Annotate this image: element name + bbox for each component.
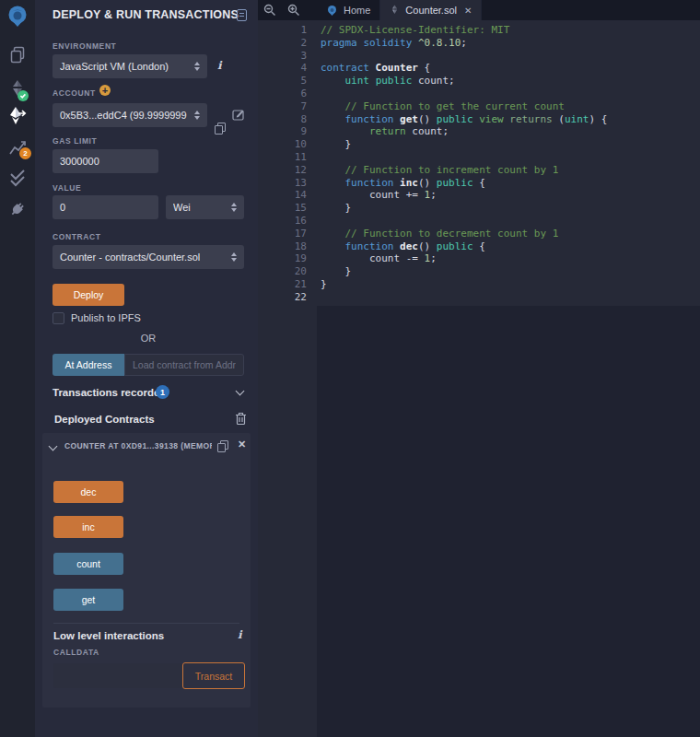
copy-account-icon[interactable] xyxy=(215,123,225,134)
code-line[interactable]: 13 function inc() public { xyxy=(258,177,700,190)
account-select[interactable]: 0x5B3...eddC4 (99.9999999 xyxy=(52,103,207,127)
line-content: } xyxy=(307,138,351,151)
deployed-contracts-label: Deployed Contracts xyxy=(54,414,155,425)
zoom-out-icon[interactable] xyxy=(258,0,282,20)
documentation-icon[interactable] xyxy=(237,9,247,21)
code-line[interactable]: 17 // Function to decrement count by 1 xyxy=(258,228,700,240)
code-viewport[interactable]: 1// SPDX-License-Identifier: MIT2pragma … xyxy=(258,20,700,737)
card-divider xyxy=(53,623,239,624)
line-number: 13 xyxy=(258,177,307,190)
deployed-contract-card: COUNTER AT 0XD91...39138 (MEMORY ✕ dec i… xyxy=(42,433,251,708)
transact-button[interactable]: Transact xyxy=(182,662,245,689)
line-number: 20 xyxy=(258,265,307,278)
select-caret-icon xyxy=(231,252,237,262)
low-level-label: Low level interactions xyxy=(53,630,164,641)
clear-deployed-icon[interactable] xyxy=(235,412,247,426)
deploy-and-run-icon[interactable] xyxy=(0,105,35,127)
account-label: ACCOUNT xyxy=(52,88,96,98)
line-number: 3 xyxy=(258,50,307,63)
unit-testing-icon[interactable] xyxy=(0,167,35,189)
line-number: 9 xyxy=(258,125,307,138)
code-lines: 1// SPDX-License-Identifier: MIT2pragma … xyxy=(258,24,700,304)
code-line[interactable]: 6 xyxy=(258,88,700,100)
remove-contract-icon[interactable]: ✕ xyxy=(238,439,246,450)
file-explorer-icon[interactable] xyxy=(0,44,35,64)
line-content: return count; xyxy=(307,125,449,138)
account-value: 0x5B3...eddC4 (99.9999999 xyxy=(60,110,187,121)
line-content xyxy=(307,215,321,228)
value-amount: 0 xyxy=(60,202,65,213)
code-line[interactable]: 15 } xyxy=(258,202,700,215)
analytics-icon[interactable]: 2 xyxy=(0,136,35,158)
line-content: contract Counter { xyxy=(307,62,430,75)
line-number: 18 xyxy=(258,240,307,253)
zoom-in-icon[interactable] xyxy=(282,0,306,20)
line-content: count += 1; xyxy=(307,189,437,202)
environment-info-icon[interactable]: i xyxy=(217,59,222,72)
line-content: } xyxy=(307,278,327,291)
code-line[interactable]: 3 xyxy=(258,50,700,63)
tab-home[interactable]: Home xyxy=(317,0,380,20)
publish-ipfs-checkbox[interactable] xyxy=(52,312,64,324)
line-number: 10 xyxy=(258,138,307,151)
line-content xyxy=(307,88,321,100)
gas-limit-value: 3000000 xyxy=(60,156,99,167)
add-account-icon[interactable]: + xyxy=(99,85,111,96)
code-line[interactable]: 21} xyxy=(258,278,700,291)
line-content: // Function to increment count by 1 xyxy=(307,164,558,177)
contract-select[interactable]: Counter - contracts/Counter.sol xyxy=(52,245,244,269)
line-number: 16 xyxy=(258,215,307,228)
code-line[interactable]: 7 // Function to get the current count xyxy=(258,100,700,113)
plugin-manager-icon[interactable] xyxy=(0,198,35,220)
code-line[interactable]: 1// SPDX-License-Identifier: MIT xyxy=(258,24,700,37)
contract-fn-dec-button[interactable]: dec xyxy=(53,481,123,503)
transactions-chevron-icon[interactable] xyxy=(236,387,245,396)
panel-title: DEPLOY & RUN TRANSACTIONS xyxy=(52,8,239,21)
tab-counter-sol-label: Counter.sol xyxy=(405,5,457,16)
copy-address-icon[interactable] xyxy=(217,440,228,451)
low-level-info-icon[interactable]: i xyxy=(238,628,242,641)
line-content: count -= 1; xyxy=(307,252,437,265)
contract-collapse-icon[interactable] xyxy=(49,442,58,451)
solidity-compiler-icon[interactable] xyxy=(0,77,35,103)
close-tab-icon[interactable]: ✕ xyxy=(464,6,472,16)
contract-fn-inc-button[interactable]: inc xyxy=(53,516,123,538)
edit-account-icon[interactable] xyxy=(232,108,245,121)
gas-limit-input[interactable]: 3000000 xyxy=(52,149,158,173)
code-line[interactable]: 12 // Function to increment count by 1 xyxy=(258,164,700,177)
contract-fn-count-button[interactable]: count xyxy=(53,553,123,575)
code-line[interactable]: 16 xyxy=(258,215,700,228)
environment-select[interactable]: JavaScript VM (London) xyxy=(52,54,207,78)
code-line[interactable]: 14 count += 1; xyxy=(258,189,700,202)
code-line[interactable]: 5 uint public count; xyxy=(258,75,700,88)
calldata-label: CALLDATA xyxy=(53,648,99,657)
line-number: 19 xyxy=(258,252,307,265)
code-line[interactable]: 2pragma solidity ^0.8.10; xyxy=(258,37,700,50)
line-content: // Function to decrement count by 1 xyxy=(307,228,558,240)
value-unit-select[interactable]: Wei xyxy=(166,195,244,219)
line-content xyxy=(307,151,321,164)
code-line[interactable]: 22 xyxy=(258,291,700,304)
or-divider: OR xyxy=(52,333,244,344)
contract-fn-get-button[interactable]: get xyxy=(53,589,123,611)
code-line[interactable]: 19 count -= 1; xyxy=(258,252,700,265)
at-address-button[interactable]: At Address xyxy=(52,354,124,376)
at-address-input[interactable] xyxy=(124,354,244,376)
line-content: function dec() public { xyxy=(307,240,485,253)
tab-counter-sol[interactable]: Counter.sol ✕ xyxy=(380,0,482,20)
code-line[interactable]: 4contract Counter { xyxy=(258,62,700,75)
value-label: VALUE xyxy=(52,183,81,193)
line-number: 14 xyxy=(258,189,307,202)
code-line[interactable]: 18 function dec() public { xyxy=(258,240,700,253)
line-number: 5 xyxy=(258,75,307,88)
remix-logo-icon[interactable] xyxy=(0,4,35,29)
deploy-button[interactable]: Deploy xyxy=(52,284,124,306)
value-input[interactable]: 0 xyxy=(52,195,158,219)
code-line[interactable]: 10 } xyxy=(258,138,700,151)
code-line[interactable]: 20 } xyxy=(258,265,700,278)
code-line[interactable]: 11 xyxy=(258,151,700,164)
code-line[interactable]: 8 function get() public view returns (ui… xyxy=(258,113,700,126)
calldata-input[interactable] xyxy=(53,663,182,688)
line-number: 8 xyxy=(258,113,307,126)
code-line[interactable]: 9 return count; xyxy=(258,125,700,138)
